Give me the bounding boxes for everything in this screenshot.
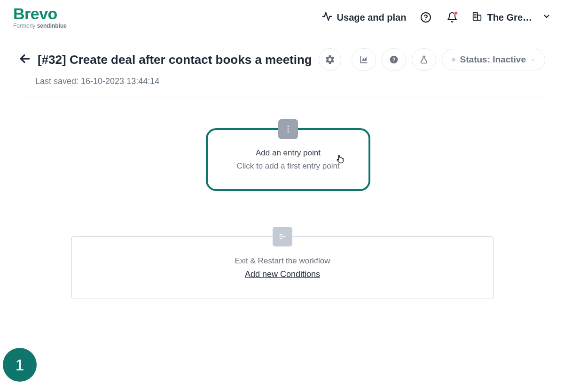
account-name: The Gre… <box>487 12 532 23</box>
analytics-button[interactable] <box>352 48 376 71</box>
exit-card-title: Exit & Restart the workflow <box>235 256 330 266</box>
chart-area-icon <box>359 55 368 64</box>
flask-icon <box>419 55 429 64</box>
page-title-row: [#32] Create deal after contact books a … <box>0 35 564 74</box>
help-circle-icon <box>420 12 431 23</box>
title-left: [#32] Create deal after contact books a … <box>19 48 341 71</box>
exit-card-handle[interactable] <box>273 227 292 246</box>
exit-restart-card: Exit & Restart the workflow Add new Cond… <box>71 236 494 299</box>
brand-tagline-bold: sendinblue <box>37 23 67 29</box>
svg-point-10 <box>288 131 289 133</box>
help-solid-icon <box>389 55 399 64</box>
status-label: Status: Inactive <box>460 54 526 65</box>
page-title: [#32] Create deal after contact books a … <box>38 53 312 67</box>
step-badge: 1 <box>3 348 37 382</box>
svg-rect-3 <box>478 15 481 20</box>
entry-card-handle[interactable] <box>278 119 298 139</box>
last-saved: Last saved: 16-10-2023 13:44:14 <box>0 74 564 86</box>
settings-button[interactable] <box>319 48 341 71</box>
chevron-down-icon <box>542 12 551 23</box>
activity-icon <box>322 11 332 24</box>
usage-and-plan-link[interactable]: Usage and plan <box>322 11 407 24</box>
drag-handle-icon <box>287 125 290 133</box>
caret-down-icon <box>531 54 535 65</box>
brand-logo: Brevo <box>13 6 67 22</box>
account-menu[interactable]: The Gre… <box>472 11 551 24</box>
status-dropdown[interactable]: Status: Inactive <box>442 49 545 70</box>
brand-tagline: Formerly sendinblue <box>13 23 67 29</box>
pointer-cursor-icon <box>336 154 345 167</box>
header-right: Usage and plan The Gre… <box>322 11 551 24</box>
toolbar-right: Status: Inactive <box>352 48 545 71</box>
help-context-button[interactable] <box>382 48 406 71</box>
exit-icon <box>278 232 287 241</box>
back-button[interactable] <box>19 53 31 67</box>
status-dot <box>452 58 455 61</box>
entry-card-title: Add an entry point <box>256 148 321 158</box>
arrow-left-icon <box>19 53 31 65</box>
workflow-canvas: Add an entry point Click to add a first … <box>0 98 564 122</box>
add-conditions-link[interactable]: Add new Conditions <box>245 269 320 279</box>
company-icon <box>472 11 482 24</box>
gear-icon <box>325 54 335 65</box>
app-header: Brevo Formerly sendinblue Usage and plan… <box>0 0 564 35</box>
brand-logo-block: Brevo Formerly sendinblue <box>13 6 67 29</box>
entry-point-card[interactable]: Add an entry point Click to add a first … <box>206 128 370 191</box>
notifications-button[interactable] <box>446 11 459 24</box>
usage-and-plan-label: Usage and plan <box>337 12 407 23</box>
test-button[interactable] <box>412 48 436 71</box>
brand-tagline-prefix: Formerly <box>13 23 37 29</box>
svg-point-8 <box>288 126 289 127</box>
entry-card-subtitle: Click to add a first entry point <box>236 161 339 171</box>
svg-point-9 <box>288 129 289 130</box>
help-button[interactable] <box>419 11 432 24</box>
